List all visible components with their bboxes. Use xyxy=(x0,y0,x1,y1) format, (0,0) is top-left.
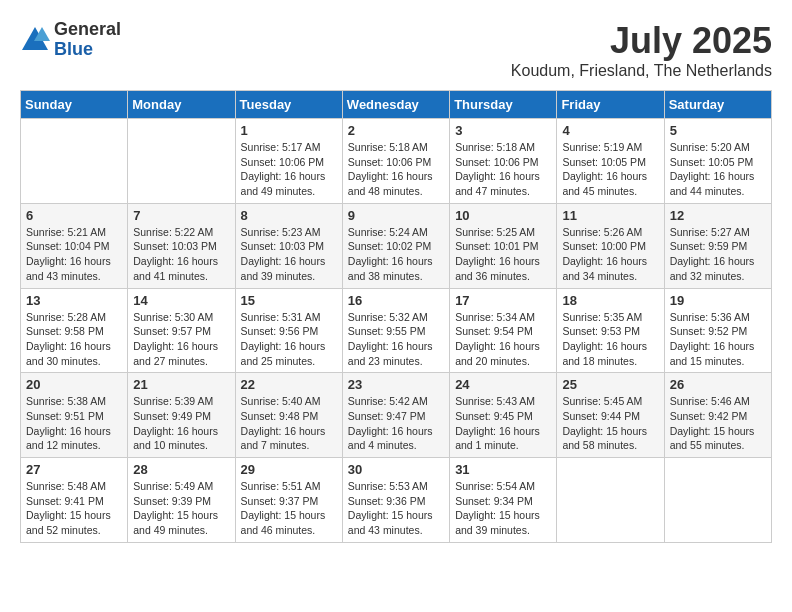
calendar-cell: 1Sunrise: 5:17 AM Sunset: 10:06 PM Dayli… xyxy=(235,119,342,204)
calendar-cell xyxy=(557,458,664,543)
calendar-cell: 20Sunrise: 5:38 AM Sunset: 9:51 PM Dayli… xyxy=(21,373,128,458)
page-header: General Blue July 2025 Koudum, Friesland… xyxy=(20,20,772,80)
calendar-cell: 10Sunrise: 5:25 AM Sunset: 10:01 PM Dayl… xyxy=(450,203,557,288)
day-info: Sunrise: 5:30 AM Sunset: 9:57 PM Dayligh… xyxy=(133,310,229,369)
logo-icon xyxy=(20,25,50,55)
day-info: Sunrise: 5:21 AM Sunset: 10:04 PM Daylig… xyxy=(26,225,122,284)
day-number: 5 xyxy=(670,123,766,138)
day-info: Sunrise: 5:23 AM Sunset: 10:03 PM Daylig… xyxy=(241,225,337,284)
calendar-cell xyxy=(21,119,128,204)
day-number: 29 xyxy=(241,462,337,477)
calendar-cell: 19Sunrise: 5:36 AM Sunset: 9:52 PM Dayli… xyxy=(664,288,771,373)
calendar-cell: 14Sunrise: 5:30 AM Sunset: 9:57 PM Dayli… xyxy=(128,288,235,373)
day-info: Sunrise: 5:19 AM Sunset: 10:05 PM Daylig… xyxy=(562,140,658,199)
calendar-cell: 29Sunrise: 5:51 AM Sunset: 9:37 PM Dayli… xyxy=(235,458,342,543)
calendar-cell: 3Sunrise: 5:18 AM Sunset: 10:06 PM Dayli… xyxy=(450,119,557,204)
day-info: Sunrise: 5:38 AM Sunset: 9:51 PM Dayligh… xyxy=(26,394,122,453)
weekday-header-row: SundayMondayTuesdayWednesdayThursdayFrid… xyxy=(21,91,772,119)
weekday-header-monday: Monday xyxy=(128,91,235,119)
day-info: Sunrise: 5:17 AM Sunset: 10:06 PM Daylig… xyxy=(241,140,337,199)
logo-blue: Blue xyxy=(54,40,121,60)
day-info: Sunrise: 5:40 AM Sunset: 9:48 PM Dayligh… xyxy=(241,394,337,453)
day-info: Sunrise: 5:36 AM Sunset: 9:52 PM Dayligh… xyxy=(670,310,766,369)
calendar-week-row: 1Sunrise: 5:17 AM Sunset: 10:06 PM Dayli… xyxy=(21,119,772,204)
weekday-header-tuesday: Tuesday xyxy=(235,91,342,119)
day-number: 20 xyxy=(26,377,122,392)
day-info: Sunrise: 5:34 AM Sunset: 9:54 PM Dayligh… xyxy=(455,310,551,369)
day-info: Sunrise: 5:32 AM Sunset: 9:55 PM Dayligh… xyxy=(348,310,444,369)
weekday-header-friday: Friday xyxy=(557,91,664,119)
calendar-cell: 31Sunrise: 5:54 AM Sunset: 9:34 PM Dayli… xyxy=(450,458,557,543)
day-number: 4 xyxy=(562,123,658,138)
day-info: Sunrise: 5:54 AM Sunset: 9:34 PM Dayligh… xyxy=(455,479,551,538)
calendar-week-row: 20Sunrise: 5:38 AM Sunset: 9:51 PM Dayli… xyxy=(21,373,772,458)
weekday-header-saturday: Saturday xyxy=(664,91,771,119)
calendar-cell: 17Sunrise: 5:34 AM Sunset: 9:54 PM Dayli… xyxy=(450,288,557,373)
day-number: 19 xyxy=(670,293,766,308)
day-number: 13 xyxy=(26,293,122,308)
day-number: 24 xyxy=(455,377,551,392)
calendar-cell: 7Sunrise: 5:22 AM Sunset: 10:03 PM Dayli… xyxy=(128,203,235,288)
weekday-header-wednesday: Wednesday xyxy=(342,91,449,119)
calendar-cell: 25Sunrise: 5:45 AM Sunset: 9:44 PM Dayli… xyxy=(557,373,664,458)
day-number: 12 xyxy=(670,208,766,223)
calendar-cell: 13Sunrise: 5:28 AM Sunset: 9:58 PM Dayli… xyxy=(21,288,128,373)
calendar-cell: 23Sunrise: 5:42 AM Sunset: 9:47 PM Dayli… xyxy=(342,373,449,458)
day-number: 23 xyxy=(348,377,444,392)
calendar-cell: 18Sunrise: 5:35 AM Sunset: 9:53 PM Dayli… xyxy=(557,288,664,373)
day-number: 25 xyxy=(562,377,658,392)
calendar-week-row: 6Sunrise: 5:21 AM Sunset: 10:04 PM Dayli… xyxy=(21,203,772,288)
day-info: Sunrise: 5:25 AM Sunset: 10:01 PM Daylig… xyxy=(455,225,551,284)
logo: General Blue xyxy=(20,20,121,60)
calendar-cell: 27Sunrise: 5:48 AM Sunset: 9:41 PM Dayli… xyxy=(21,458,128,543)
day-info: Sunrise: 5:42 AM Sunset: 9:47 PM Dayligh… xyxy=(348,394,444,453)
day-number: 6 xyxy=(26,208,122,223)
day-info: Sunrise: 5:24 AM Sunset: 10:02 PM Daylig… xyxy=(348,225,444,284)
day-info: Sunrise: 5:26 AM Sunset: 10:00 PM Daylig… xyxy=(562,225,658,284)
calendar-cell: 15Sunrise: 5:31 AM Sunset: 9:56 PM Dayli… xyxy=(235,288,342,373)
calendar-cell: 6Sunrise: 5:21 AM Sunset: 10:04 PM Dayli… xyxy=(21,203,128,288)
day-info: Sunrise: 5:28 AM Sunset: 9:58 PM Dayligh… xyxy=(26,310,122,369)
day-number: 3 xyxy=(455,123,551,138)
logo-general: General xyxy=(54,20,121,40)
day-number: 17 xyxy=(455,293,551,308)
calendar-cell: 16Sunrise: 5:32 AM Sunset: 9:55 PM Dayli… xyxy=(342,288,449,373)
day-number: 21 xyxy=(133,377,229,392)
calendar-cell: 12Sunrise: 5:27 AM Sunset: 9:59 PM Dayli… xyxy=(664,203,771,288)
day-info: Sunrise: 5:22 AM Sunset: 10:03 PM Daylig… xyxy=(133,225,229,284)
day-info: Sunrise: 5:48 AM Sunset: 9:41 PM Dayligh… xyxy=(26,479,122,538)
day-info: Sunrise: 5:20 AM Sunset: 10:05 PM Daylig… xyxy=(670,140,766,199)
day-number: 9 xyxy=(348,208,444,223)
calendar-cell xyxy=(128,119,235,204)
location-subtitle: Koudum, Friesland, The Netherlands xyxy=(511,62,772,80)
calendar-cell: 28Sunrise: 5:49 AM Sunset: 9:39 PM Dayli… xyxy=(128,458,235,543)
day-info: Sunrise: 5:18 AM Sunset: 10:06 PM Daylig… xyxy=(348,140,444,199)
calendar-cell: 24Sunrise: 5:43 AM Sunset: 9:45 PM Dayli… xyxy=(450,373,557,458)
calendar-cell: 5Sunrise: 5:20 AM Sunset: 10:05 PM Dayli… xyxy=(664,119,771,204)
day-number: 15 xyxy=(241,293,337,308)
month-year-title: July 2025 xyxy=(511,20,772,62)
day-number: 2 xyxy=(348,123,444,138)
day-number: 22 xyxy=(241,377,337,392)
day-info: Sunrise: 5:27 AM Sunset: 9:59 PM Dayligh… xyxy=(670,225,766,284)
day-number: 26 xyxy=(670,377,766,392)
calendar-cell: 8Sunrise: 5:23 AM Sunset: 10:03 PM Dayli… xyxy=(235,203,342,288)
calendar-cell: 2Sunrise: 5:18 AM Sunset: 10:06 PM Dayli… xyxy=(342,119,449,204)
calendar-cell: 11Sunrise: 5:26 AM Sunset: 10:00 PM Dayl… xyxy=(557,203,664,288)
day-number: 1 xyxy=(241,123,337,138)
calendar-cell xyxy=(664,458,771,543)
day-number: 11 xyxy=(562,208,658,223)
calendar-week-row: 13Sunrise: 5:28 AM Sunset: 9:58 PM Dayli… xyxy=(21,288,772,373)
calendar-table: SundayMondayTuesdayWednesdayThursdayFrid… xyxy=(20,90,772,543)
calendar-cell: 30Sunrise: 5:53 AM Sunset: 9:36 PM Dayli… xyxy=(342,458,449,543)
day-info: Sunrise: 5:51 AM Sunset: 9:37 PM Dayligh… xyxy=(241,479,337,538)
calendar-cell: 21Sunrise: 5:39 AM Sunset: 9:49 PM Dayli… xyxy=(128,373,235,458)
day-info: Sunrise: 5:49 AM Sunset: 9:39 PM Dayligh… xyxy=(133,479,229,538)
calendar-cell: 26Sunrise: 5:46 AM Sunset: 9:42 PM Dayli… xyxy=(664,373,771,458)
day-info: Sunrise: 5:35 AM Sunset: 9:53 PM Dayligh… xyxy=(562,310,658,369)
calendar-cell: 22Sunrise: 5:40 AM Sunset: 9:48 PM Dayli… xyxy=(235,373,342,458)
weekday-header-thursday: Thursday xyxy=(450,91,557,119)
day-info: Sunrise: 5:53 AM Sunset: 9:36 PM Dayligh… xyxy=(348,479,444,538)
title-block: July 2025 Koudum, Friesland, The Netherl… xyxy=(511,20,772,80)
day-info: Sunrise: 5:43 AM Sunset: 9:45 PM Dayligh… xyxy=(455,394,551,453)
